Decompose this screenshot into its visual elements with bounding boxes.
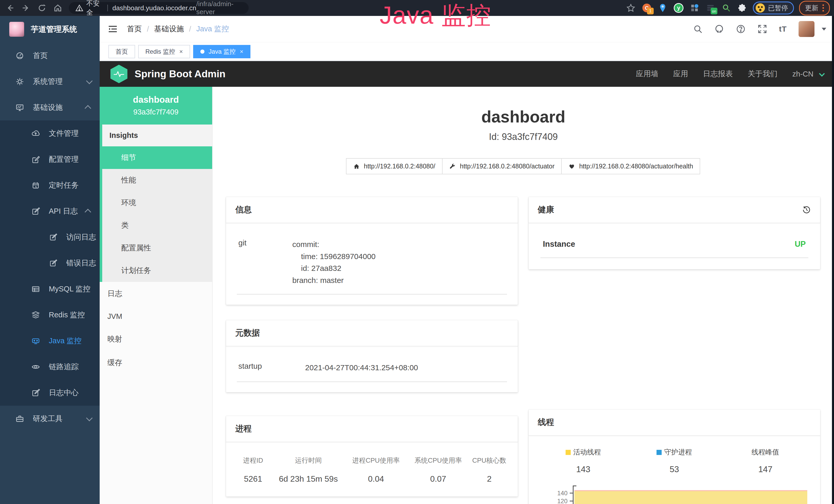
tab-close-icon[interactable]: × xyxy=(179,48,183,55)
edit-square-icon xyxy=(31,155,41,164)
browser-reload-button[interactable] xyxy=(36,2,48,14)
sba-header: Spring Boot Admin 应用墙 应用 日志报表 关于我们 zh-CN xyxy=(100,61,834,87)
sidebar-item-dev-tools[interactable]: 研发工具 xyxy=(0,406,100,432)
sba-menu-mappings[interactable]: 映射 xyxy=(100,327,212,351)
history-icon[interactable] xyxy=(802,205,811,214)
sba-body: dashboard 93a3fc7f7409 Insights 细节 性能 环境… xyxy=(100,87,834,504)
threads-card: 线程 活动线程 143 守护进程 xyxy=(529,410,820,504)
github-icon[interactable] xyxy=(714,24,724,34)
instance-links: http://192.168.0.2:48080/ http://192.168… xyxy=(213,158,834,174)
extension-y-icon[interactable]: y xyxy=(673,3,684,13)
extension-magnifier-icon[interactable] xyxy=(721,3,732,13)
log-edit-icon xyxy=(48,258,58,268)
sidebar-logo-row[interactable]: 芋道管理系统 xyxy=(0,16,100,43)
legend-blue-swatch xyxy=(657,450,662,455)
sba-menu-caches[interactable]: 缓存 xyxy=(100,351,212,374)
tab-label: Redis 监控 xyxy=(146,47,175,56)
info-card: 信息 git commit: time: 1596289704000 id: 2… xyxy=(226,197,518,305)
breadcrumb-home[interactable]: 首页 xyxy=(127,24,142,34)
tab-home[interactable]: 首页 xyxy=(108,45,135,58)
sidebar-item-scheduled-jobs[interactable]: 定时任务 xyxy=(0,172,100,198)
instance-url-link[interactable]: http://192.168.0.2:48080/ xyxy=(346,158,443,174)
sba-menu-classes[interactable]: 类 xyxy=(102,214,212,237)
health-url-text: http://192.168.0.2:48080/actuator/health xyxy=(579,162,693,170)
browser-back-button[interactable] xyxy=(4,2,16,14)
extension-grid-icon[interactable] xyxy=(689,3,700,13)
url-path[interactable]: /infra/admin-server xyxy=(196,0,242,16)
sidebar-item-redis-monitor[interactable]: Redis 监控 xyxy=(0,302,100,328)
eye-icon xyxy=(31,362,41,372)
sidebar-item-error-logs[interactable]: 错误日志 xyxy=(0,250,100,276)
sidebar-item-tracing[interactable]: 链路追踪 xyxy=(0,354,100,380)
actuator-url-link[interactable]: http://192.168.0.2:48080/actuator xyxy=(442,158,562,174)
help-icon[interactable] xyxy=(736,24,746,34)
breadcrumb-infrastructure[interactable]: 基础设施 xyxy=(154,24,184,34)
address-bar[interactable]: 不安全 dashboard.yudao.iocoder.cn/infra/adm… xyxy=(69,2,249,14)
sidebar-item-mysql-monitor[interactable]: MySQL 监控 xyxy=(0,276,100,302)
font-size-icon[interactable]: tT xyxy=(779,25,787,33)
sidebar-item-label: 文件管理 xyxy=(49,129,91,139)
sba-brand[interactable]: Spring Boot Admin xyxy=(110,65,225,83)
sba-menu-config-props[interactable]: 配置属性 xyxy=(102,237,212,259)
bookmark-star-icon[interactable] xyxy=(626,3,636,13)
browser-home-button[interactable] xyxy=(52,2,64,14)
page-scrollbar[interactable] xyxy=(832,16,834,504)
sba-menu-details[interactable]: 细节 xyxy=(102,146,212,169)
java-monitor-icon xyxy=(31,336,41,346)
sba-menu-environment[interactable]: 环境 xyxy=(102,191,212,214)
sidebar-item-access-logs[interactable]: 访问日志 xyxy=(0,224,100,250)
sidebar-item-java-monitor[interactable]: Java 监控 xyxy=(0,328,100,354)
sba-nav-wallboard[interactable]: 应用墙 xyxy=(636,69,658,79)
main-column: 首页 / 基础设施 / Java 监控 xyxy=(100,16,834,504)
sba-instance-sidebar: dashboard 93a3fc7f7409 Insights 细节 性能 环境… xyxy=(100,87,213,504)
sba-nav-applications[interactable]: 应用 xyxy=(673,69,688,79)
metadata-card-title: 元数据 xyxy=(226,320,518,346)
extension-puzzle-icon[interactable] xyxy=(737,3,748,13)
extension-pin-icon[interactable] xyxy=(657,3,668,13)
security-label[interactable]: 不安全 xyxy=(86,0,103,17)
health-url-link[interactable]: http://192.168.0.2:48080/actuator/health xyxy=(561,158,700,174)
info-value: commit: time: 1596289704000 id: 27aa832 … xyxy=(292,238,505,286)
sidebar-item-home[interactable]: 首页 xyxy=(0,43,100,69)
sidebar-item-log-center[interactable]: 日志中心 xyxy=(0,380,100,406)
sba-menu-jvm[interactable]: JVM xyxy=(100,305,212,327)
sba-menu-metrics[interactable]: 性能 xyxy=(102,169,212,191)
profile-paused-pill[interactable]: 已暂停 xyxy=(753,2,794,15)
app-frame: 芋道管理系统 首页 系统管理 基础设施 xyxy=(0,16,834,504)
sidebar-item-config-management[interactable]: 配置管理 xyxy=(0,146,100,172)
paused-label: 已暂停 xyxy=(768,4,788,13)
browser-menu-icon[interactable] xyxy=(822,4,824,12)
screenshot-root: 不安全 dashboard.yudao.iocoder.cn/infra/adm… xyxy=(0,0,834,504)
sidebar-item-infrastructure[interactable]: 基础设施 xyxy=(0,94,100,120)
hamburger-collapse-icon[interactable] xyxy=(107,24,118,35)
url-host[interactable]: dashboard.yudao.iocoder.cn xyxy=(112,4,197,12)
process-cores: 2 xyxy=(468,468,510,486)
tab-java-monitor[interactable]: Java 监控 × xyxy=(193,45,250,58)
fullscreen-icon[interactable] xyxy=(758,24,767,34)
sidebar-item-api-logs[interactable]: API 日志 xyxy=(0,198,100,224)
browser-update-button[interactable]: 更新 xyxy=(799,1,830,16)
sba-group-label[interactable]: Insights xyxy=(102,124,212,146)
search-icon[interactable] xyxy=(693,24,702,33)
sba-menu-scheduled-tasks[interactable]: 计划任务 xyxy=(102,259,212,282)
sba-nav-about[interactable]: 关于我们 xyxy=(748,69,777,79)
sba-instance-header[interactable]: dashboard 93a3fc7f7409 xyxy=(100,87,212,124)
gear-icon xyxy=(15,77,25,87)
sba-language-select[interactable]: zh-CN xyxy=(792,70,823,78)
browser-forward-button[interactable] xyxy=(20,2,32,14)
sidebar-item-system[interactable]: 系统管理 xyxy=(0,69,100,94)
extension-badge-count: 1 xyxy=(647,8,654,15)
legend-peak-threads: 线程峰值 147 xyxy=(720,448,811,474)
briefcase-icon xyxy=(15,414,25,423)
tab-redis-monitor[interactable]: Redis 监控 × xyxy=(138,45,190,58)
extension-orange-icon[interactable]: C 1 xyxy=(641,3,652,13)
extension-on-icon[interactable]: on xyxy=(705,3,716,13)
chevron-up-icon xyxy=(85,209,91,215)
tag-tabbar: 首页 Redis 监控 × Java 监控 × xyxy=(100,42,834,61)
avatar-dropdown-caret[interactable] xyxy=(822,28,826,30)
sba-nav-journal[interactable]: 日志报表 xyxy=(703,69,733,79)
sidebar-item-file-management[interactable]: 文件管理 xyxy=(0,120,100,146)
tab-close-icon[interactable]: × xyxy=(240,48,243,55)
sba-menu-logs[interactable]: 日志 xyxy=(100,282,212,305)
user-avatar[interactable] xyxy=(798,21,814,37)
